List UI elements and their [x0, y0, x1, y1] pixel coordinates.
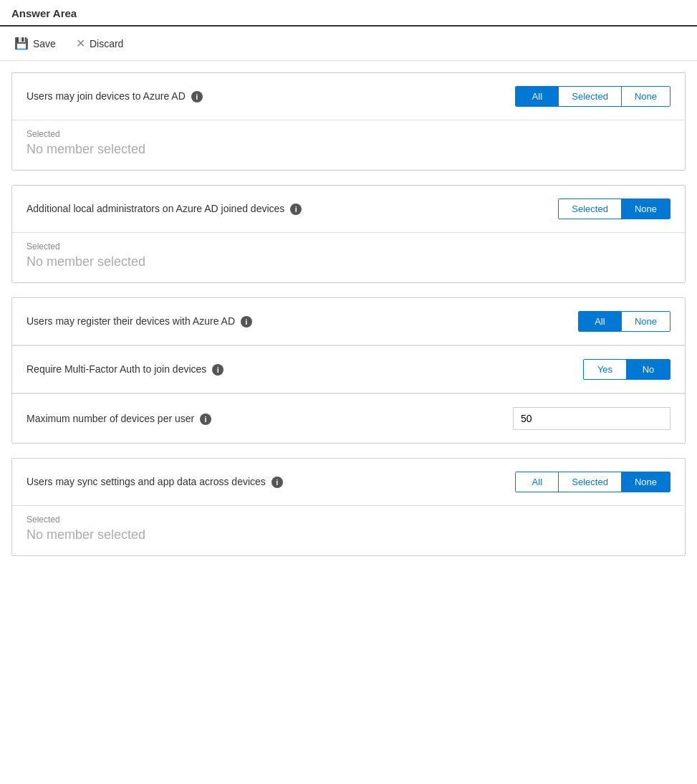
sync-settings-all-btn[interactable]: All [516, 472, 559, 492]
local-admins-sub-value: No member selected [27, 254, 670, 269]
sync-settings-label: Users may sync settings and app data acr… [27, 476, 504, 488]
sync-settings-toggle: All Selected None [515, 472, 670, 492]
register-devices-all-btn[interactable]: All [579, 312, 622, 331]
join-azure-ad-sub-label: Selected [27, 129, 670, 139]
join-azure-ad-selected-btn[interactable]: Selected [559, 87, 622, 106]
join-azure-ad-label: Users may join devices to Azure AD i [27, 90, 504, 102]
sync-settings-info-icon: i [271, 477, 283, 488]
local-admins-none-btn[interactable]: None [622, 199, 670, 219]
join-azure-ad-sub-value: No member selected [27, 142, 670, 157]
max-devices-label: Maximum number of devices per user i [27, 413, 501, 425]
local-admins-sub: Selected No member selected [12, 232, 685, 282]
sync-settings-sub-label: Selected [27, 515, 670, 525]
mfa-yes-btn[interactable]: Yes [584, 360, 627, 379]
mfa-row: Require Multi-Factor Auth to join device… [12, 345, 685, 393]
local-admins-info-icon: i [290, 204, 302, 215]
sync-settings-selected-btn[interactable]: Selected [559, 472, 622, 492]
mfa-label: Require Multi-Factor Auth to join device… [27, 363, 572, 376]
main-content: Users may join devices to Azure AD i All… [0, 61, 697, 568]
register-devices-row: Users may register their devices with Az… [12, 298, 685, 345]
sync-settings-sub: Selected No member selected [12, 505, 685, 555]
local-admins-label: Additional local administrators on Azure… [27, 203, 547, 215]
save-icon: 💾 [14, 37, 29, 50]
grouped-card: Users may register their devices with Az… [11, 297, 686, 444]
local-admins-row: Additional local administrators on Azure… [12, 186, 685, 232]
register-devices-none-btn[interactable]: None [622, 312, 670, 331]
join-azure-ad-all-btn[interactable]: All [516, 87, 559, 106]
sync-settings-card: Users may sync settings and app data acr… [11, 458, 686, 556]
join-azure-ad-card: Users may join devices to Azure AD i All… [11, 72, 686, 171]
max-devices-info-icon: i [200, 413, 211, 425]
join-azure-ad-sub: Selected No member selected [12, 120, 685, 170]
sync-settings-none-btn[interactable]: None [622, 472, 670, 492]
mfa-no-btn[interactable]: No [627, 360, 670, 379]
sync-settings-sub-value: No member selected [27, 527, 670, 542]
join-azure-ad-row: Users may join devices to Azure AD i All… [12, 73, 685, 120]
local-admins-sub-label: Selected [27, 242, 670, 252]
toolbar: 💾 Save ✕ Discard [0, 27, 697, 61]
local-admins-toggle: Selected None [558, 199, 670, 219]
join-azure-ad-toggle: All Selected None [515, 86, 670, 107]
register-devices-label: Users may register their devices with Az… [27, 315, 567, 328]
page-header: Answer Area [0, 0, 697, 27]
discard-icon: ✕ [76, 37, 85, 50]
save-button[interactable]: 💾 Save [11, 35, 59, 52]
max-devices-row: Maximum number of devices per user i [12, 393, 685, 443]
mfa-toggle: Yes No [583, 359, 670, 380]
sync-settings-row: Users may sync settings and app data acr… [12, 459, 685, 505]
mfa-info-icon: i [212, 364, 223, 376]
register-devices-toggle: All None [578, 311, 670, 332]
join-azure-ad-info-icon: i [191, 91, 203, 102]
join-azure-ad-none-btn[interactable]: None [622, 87, 670, 106]
max-devices-input[interactable] [513, 407, 670, 430]
local-admins-card: Additional local administrators on Azure… [11, 185, 686, 283]
local-admins-selected-btn[interactable]: Selected [559, 199, 622, 219]
register-devices-info-icon: i [241, 316, 252, 328]
discard-button[interactable]: ✕ Discard [73, 35, 126, 52]
